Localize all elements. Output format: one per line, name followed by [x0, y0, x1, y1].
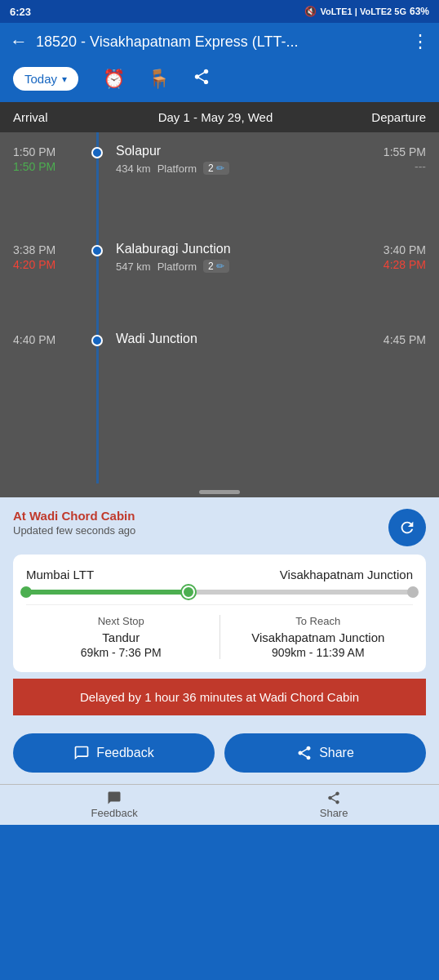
seat-icon[interactable]: 🪑: [148, 69, 170, 90]
arrival-scheduled: 3:38 PM: [13, 243, 86, 256]
live-header: At Wadi Chord Cabin Updated few seconds …: [13, 509, 426, 546]
table-row: 3:38 PM 4:20 PM Kalaburagi Junction 547 …: [0, 230, 439, 304]
arrival-actual: 1:50 PM: [13, 160, 86, 173]
departure-scheduled: 4:45 PM: [384, 333, 426, 346]
status-time: 6:23: [10, 6, 31, 18]
live-panel: At Wadi Chord Cabin Updated few seconds …: [0, 497, 439, 722]
platform-label: Platform: [157, 261, 197, 273]
share-icon: [296, 745, 313, 761]
tab-share[interactable]: Share: [320, 791, 348, 819]
station-km: 434 km: [116, 163, 151, 175]
station-info-wadi: Wadi Junction: [108, 332, 361, 350]
status-icons: 🔇 VoLTE1 | VoLTE2 5G 63%: [304, 6, 429, 17]
live-info: At Wadi Chord Cabin Updated few seconds …: [13, 509, 135, 537]
edit-platform-icon[interactable]: ✏: [216, 261, 224, 272]
departure-times-solapur: 1:55 PM ---: [361, 144, 426, 173]
next-stop-value: Tandur: [102, 630, 140, 644]
platform-badge: 2 ✏: [203, 162, 229, 175]
timeline-dot-solapur: [86, 144, 108, 158]
progress-card: Mumbai LTT Visakhapatnam Junction Next S…: [13, 555, 426, 672]
timeline-dot-wadi: [86, 332, 108, 346]
next-stop-detail: 69km - 7:36 PM: [81, 646, 162, 659]
progress-endpoints: Mumbai LTT Visakhapatnam Junction: [26, 568, 413, 581]
progress-bar-container: [26, 590, 413, 595]
schedule-header: Arrival Day 1 - May 29, Wed Departure: [0, 102, 439, 132]
next-stop-col: Next Stop Tandur 69km - 7:36 PM: [26, 615, 216, 659]
progress-dot-current: [182, 586, 195, 599]
station-name: Wadi Junction: [116, 332, 361, 346]
arrival-times-kalaburagi: 3:38 PM 4:20 PM: [13, 242, 86, 271]
page-title: 18520 - Visakhapatnam Express (LTT-...: [36, 33, 403, 51]
edit-platform-icon[interactable]: ✏: [216, 163, 224, 174]
delay-banner: Delayed by 1 hour 36 minutes at Wadi Cho…: [13, 679, 426, 715]
live-updated: Updated few seconds ago: [13, 524, 135, 537]
toolbar-icons: ⏰ 🪑: [103, 68, 211, 91]
today-label: Today: [24, 72, 57, 86]
station-name: Solapur: [116, 144, 361, 158]
info-grid: Next Stop Tandur 69km - 7:36 PM To Reach…: [26, 615, 413, 659]
progress-bar-fill: [26, 590, 188, 595]
more-menu-button[interactable]: ⋮: [411, 31, 429, 52]
feedback-label: Feedback: [96, 746, 153, 760]
live-location: At Wadi Chord Cabin: [13, 509, 135, 523]
share-label: Share: [319, 746, 354, 760]
schedule-area: 1:50 PM 1:50 PM Solapur 434 km Platform …: [0, 132, 439, 483]
station-km: 547 km: [116, 261, 151, 273]
share-tab-label: Share: [320, 807, 348, 819]
mute-icon: 🔇: [304, 6, 317, 17]
departure-scheduled: 3:40 PM: [384, 243, 426, 256]
station-details: 434 km Platform 2 ✏: [116, 162, 361, 175]
platform-label: Platform: [157, 163, 197, 175]
share-button[interactable]: Share: [224, 733, 426, 773]
platform-badge: 2 ✏: [203, 260, 229, 273]
toolbar: Today ▾ ⏰ 🪑: [0, 60, 439, 102]
departure-times-wadi: 4:45 PM: [361, 332, 426, 346]
feedback-tab-icon: [107, 791, 122, 805]
to-reach-col: To Reach Visakhapatnam Junction 909km - …: [224, 615, 414, 659]
feedback-icon: [73, 745, 90, 761]
station-details: 547 km Platform 2 ✏: [116, 260, 361, 273]
to-reach-value: Visakhapatnam Junction: [251, 630, 384, 644]
arrival-actual-delayed: 4:20 PM: [13, 258, 86, 271]
to-reach-detail: 909km - 11:39 AM: [272, 646, 365, 659]
progress-dot-end: [407, 586, 419, 598]
to-reach-label: To Reach: [295, 615, 340, 627]
divider: [26, 604, 413, 605]
departure-actual-delayed: 4:28 PM: [384, 258, 426, 271]
battery-icon: 63%: [410, 6, 429, 17]
station-info-kalaburagi: Kalaburagi Junction 547 km Platform 2 ✏: [108, 242, 361, 273]
back-button[interactable]: ←: [10, 31, 28, 52]
station-info-solapur: Solapur 434 km Platform 2 ✏: [108, 144, 361, 175]
day-label: Day 1 - May 29, Wed: [78, 110, 353, 124]
arrival-scheduled: 1:50 PM: [13, 145, 86, 158]
origin-label: Mumbai LTT: [26, 568, 94, 581]
drag-handle[interactable]: [199, 490, 240, 494]
feedback-button[interactable]: Feedback: [13, 733, 215, 773]
progress-dot-start: [20, 586, 32, 598]
bottom-tab-bar: Feedback Share: [0, 784, 439, 825]
share-icon[interactable]: [193, 68, 211, 91]
share-tab-icon: [326, 791, 341, 805]
station-name: Kalaburagi Junction: [116, 242, 361, 256]
network-icon: VoLTE1 | VoLTE2 5G: [320, 7, 406, 16]
alarm-icon[interactable]: ⏰: [103, 69, 125, 90]
col-divider: [220, 615, 220, 659]
departure-times-kalaburagi: 3:40 PM 4:28 PM: [361, 242, 426, 271]
feedback-tab-label: Feedback: [91, 807, 138, 819]
arrival-label: Arrival: [13, 110, 78, 124]
next-stop-label: Next Stop: [98, 615, 144, 627]
table-row: 4:40 PM Wadi Junction 4:45 PM: [0, 320, 439, 394]
table-row: 1:50 PM 1:50 PM Solapur 434 km Platform …: [0, 132, 439, 206]
chevron-down-icon: ▾: [62, 74, 67, 85]
today-dropdown[interactable]: Today ▾: [13, 67, 78, 91]
timeline-dot-kalaburagi: [86, 242, 108, 256]
arrival-times-wadi: 4:40 PM: [13, 332, 86, 346]
tab-feedback[interactable]: Feedback: [91, 791, 138, 819]
progress-bar-track: [26, 590, 413, 595]
arrival-scheduled: 4:40 PM: [13, 333, 86, 346]
departure-actual: ---: [415, 160, 426, 173]
departure-label: Departure: [353, 110, 426, 124]
refresh-button[interactable]: [388, 509, 426, 546]
destination-label: Visakhapatnam Junction: [280, 568, 413, 581]
arrival-times-solapur: 1:50 PM 1:50 PM: [13, 144, 86, 173]
